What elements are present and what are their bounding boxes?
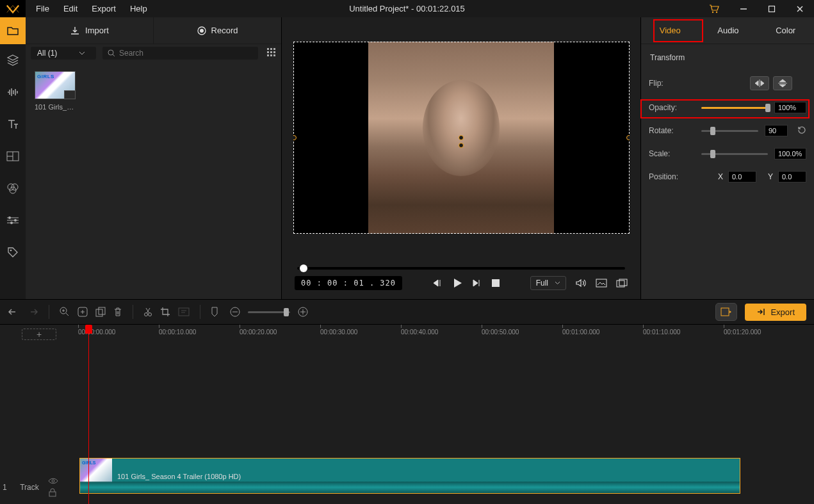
media-thumbnail <box>35 71 76 99</box>
svg-rect-38 <box>96 309 102 316</box>
flip-vertical-button[interactable] <box>773 76 792 90</box>
import-button[interactable]: Import <box>26 17 154 44</box>
tool-cut-icon[interactable] <box>143 307 152 317</box>
zoom-slider[interactable] <box>248 311 290 313</box>
svg-rect-24 <box>267 54 269 56</box>
scale-value[interactable]: 100.0% <box>774 148 806 159</box>
tab-audio[interactable]: Audio <box>706 19 750 42</box>
play-button[interactable] <box>452 277 463 289</box>
tab-color[interactable]: Color <box>764 19 807 42</box>
maximize-button[interactable] <box>758 0 786 17</box>
rail-tag-icon[interactable] <box>0 236 26 268</box>
tool-add-icon[interactable] <box>77 307 88 317</box>
preview-canvas[interactable] <box>282 17 640 258</box>
playhead[interactable] <box>88 325 89 504</box>
properties-tabs: Video Audio Color <box>641 17 814 44</box>
time-ruler[interactable]: 00:00:00.000 00:00:10.000 00:00:20.000 0… <box>78 325 814 343</box>
transform-section: Transform Flip: Opacity: 100% Rotate: 90 <box>641 44 814 191</box>
handle-rotate[interactable] <box>459 143 464 148</box>
position-x-value[interactable]: 0.0 <box>728 171 756 183</box>
rotate-slider[interactable] <box>701 130 758 132</box>
close-button[interactable] <box>786 0 814 17</box>
media-search[interactable] <box>102 47 258 60</box>
next-frame-button[interactable] <box>472 279 482 288</box>
svg-rect-42 <box>179 308 189 316</box>
chevron-down-icon <box>79 51 85 55</box>
timeline-tracks-area[interactable]: 00:00:00.000 00:00:10.000 00:00:20.000 0… <box>78 325 814 504</box>
opacity-slider[interactable] <box>701 107 768 109</box>
menu-file[interactable]: File <box>29 1 56 16</box>
svg-line-32 <box>66 313 69 316</box>
properties-panel: Video Audio Color Transform Flip: Opacit… <box>641 17 814 299</box>
selection-bounds[interactable] <box>293 42 630 234</box>
export-settings-button[interactable] <box>715 303 737 321</box>
add-track-button[interactable]: + <box>22 329 56 340</box>
rail-adjust-icon[interactable] <box>0 204 26 236</box>
rail-layers-icon[interactable] <box>0 44 26 76</box>
handle-left[interactable] <box>293 135 297 140</box>
scale-slider[interactable] <box>701 153 768 155</box>
redo-button[interactable] <box>27 307 38 316</box>
ruler-tick: 00:00:10.000 <box>159 329 196 336</box>
snapshot-icon[interactable] <box>596 279 607 288</box>
minimize-button[interactable] <box>729 0 758 17</box>
handle-center[interactable] <box>459 135 464 140</box>
media-panel: Import Record All (1) 101 Girls_ <box>26 17 282 299</box>
zoom-out-button[interactable] <box>230 307 240 317</box>
grid-view-icon[interactable] <box>267 48 276 59</box>
track-lock-icon[interactable] <box>48 488 57 497</box>
media-item[interactable]: 101 Girls_ S... <box>35 71 76 111</box>
tool-copy-icon[interactable] <box>95 307 106 317</box>
opacity-value[interactable]: 100% <box>774 102 806 113</box>
video-track[interactable]: 101 Girls_ Season 4 Trailer (1080p HD) <box>78 458 814 495</box>
tool-crop-icon[interactable] <box>160 307 170 317</box>
y-label: Y <box>768 172 773 181</box>
rail-split-icon[interactable] <box>0 140 26 172</box>
menu-help[interactable]: Help <box>124 1 154 16</box>
tab-video[interactable]: Video <box>648 19 692 42</box>
cart-icon[interactable] <box>705 0 723 17</box>
tool-marker-icon[interactable] <box>211 307 218 317</box>
flip-label: Flip: <box>649 79 682 88</box>
track-visibility-icon[interactable] <box>48 478 58 484</box>
ruler-tick: 00:00:00.000 <box>78 329 115 336</box>
media-filter-dropdown[interactable]: All (1) <box>31 47 96 60</box>
rotate-reset-button[interactable] <box>797 125 806 136</box>
ruler-tick: 00:01:10.000 <box>643 329 680 336</box>
export-button[interactable]: Export <box>745 304 806 321</box>
ruler-tick: 00:00:20.000 <box>240 329 277 336</box>
rail-audio-icon[interactable] <box>0 76 26 108</box>
left-rail <box>0 17 26 299</box>
timeline-clip[interactable]: 101 Girls_ Season 4 Trailer (1080p HD) <box>79 458 740 494</box>
position-y-value[interactable]: 0.0 <box>778 171 806 183</box>
clip-label: 101 Girls_ Season 4 Trailer (1080p HD) <box>117 473 241 480</box>
progress-track[interactable] <box>297 267 625 270</box>
tool-text-icon[interactable] <box>178 307 190 316</box>
zoom-in-button[interactable] <box>298 307 308 317</box>
zoom-dropdown[interactable]: Full <box>530 276 566 290</box>
rail-filter-icon[interactable] <box>0 172 26 204</box>
undo-button[interactable] <box>8 307 19 316</box>
svg-rect-39 <box>99 307 105 314</box>
search-input[interactable] <box>119 49 253 58</box>
record-button[interactable]: Record <box>154 17 281 44</box>
svg-rect-20 <box>273 48 275 50</box>
tool-delete-icon[interactable] <box>113 307 122 317</box>
rail-media[interactable] <box>0 17 26 44</box>
prev-frame-button[interactable] <box>432 279 443 288</box>
flip-horizontal-button[interactable] <box>750 76 769 90</box>
progress-thumb[interactable] <box>300 264 307 272</box>
rail-text-icon[interactable] <box>0 108 26 140</box>
stop-button[interactable] <box>491 279 500 288</box>
menu-edit[interactable]: Edit <box>57 1 84 16</box>
position-row: Position: X 0.0 Y 0.0 <box>649 171 806 183</box>
detach-icon[interactable] <box>616 279 628 288</box>
rotate-value[interactable]: 90 <box>765 125 788 136</box>
handle-right[interactable] <box>626 135 630 140</box>
tool-search-icon[interactable] <box>60 307 70 317</box>
volume-icon[interactable] <box>575 279 587 288</box>
svg-rect-26 <box>273 54 275 56</box>
menu-export[interactable]: Export <box>85 1 122 16</box>
track-index: 1 <box>3 483 7 492</box>
preview-viewport[interactable] <box>293 42 630 234</box>
